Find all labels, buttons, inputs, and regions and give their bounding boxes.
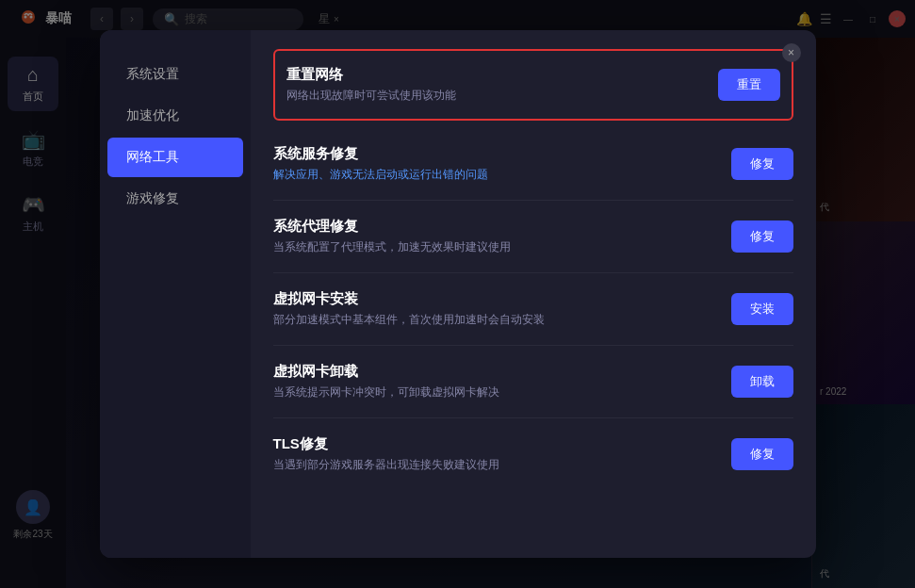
modal-sidebar-network[interactable]: 网络工具 xyxy=(107,138,243,177)
tool-system-service: 系统服务修复 解决应用、游戏无法启动或运行出错的问题 修复 xyxy=(273,128,793,201)
tool-system-service-info: 系统服务修复 解决应用、游戏无法启动或运行出错的问题 xyxy=(273,145,488,183)
vnic-install-button[interactable]: 安装 xyxy=(731,293,793,325)
tool-vnic-uninstall: 虚拟网卡卸载 当系统提示网卡冲突时，可卸载虚拟网卡解决 卸载 xyxy=(273,346,793,418)
tool-vnic-install-desc: 部分加速模式中基本组件，首次使用加速时会自动安装 xyxy=(273,312,545,328)
tool-system-service-desc: 解决应用、游戏无法启动或运行出错的问题 xyxy=(273,167,488,183)
tool-vnic-uninstall-title: 虚拟网卡卸载 xyxy=(273,363,499,381)
tool-system-proxy: 系统代理修复 当系统配置了代理模式，加速无效果时建议使用 修复 xyxy=(273,201,793,273)
tool-vnic-uninstall-desc: 当系统提示网卡冲突时，可卸载虚拟网卡解决 xyxy=(273,384,499,400)
modal-sidebar-repair[interactable]: 游戏修复 xyxy=(107,179,243,219)
tool-vnic-uninstall-info: 虚拟网卡卸载 当系统提示网卡冲突时，可卸载虚拟网卡解决 xyxy=(273,363,499,400)
tool-system-service-title: 系统服务修复 xyxy=(273,145,488,163)
tool-tls-repair: TLS修复 当遇到部分游戏服务器出现连接失败建议使用 修复 xyxy=(273,418,793,490)
modal-content: 重置网络 网络出现故障时可尝试使用该功能 重置 系统服务修复 解决应用、游戏无法… xyxy=(251,30,816,558)
tool-system-proxy-title: 系统代理修复 xyxy=(273,218,511,236)
modal-sidebar-system[interactable]: 系统设置 xyxy=(107,55,243,94)
tls-repair-button[interactable]: 修复 xyxy=(731,438,793,470)
tool-vnic-install: 虚拟网卡安装 部分加速模式中基本组件，首次使用加速时会自动安装 安装 xyxy=(273,273,793,346)
tool-reset-network: 重置网络 网络出现故障时可尝试使用该功能 重置 xyxy=(273,49,793,121)
modal-overlay: × 系统设置 加速优化 网络工具 游戏修复 重置网络 网络出现故障时可尝试使用该… xyxy=(0,0,915,588)
system-service-button[interactable]: 修复 xyxy=(731,148,793,180)
tool-tls-repair-title: TLS修复 xyxy=(273,435,499,453)
tool-reset-network-title: 重置网络 xyxy=(286,66,456,84)
tool-tls-repair-info: TLS修复 当遇到部分游戏服务器出现连接失败建议使用 xyxy=(273,435,499,473)
modal-sidebar-optimize[interactable]: 加速优化 xyxy=(107,96,243,136)
tool-system-proxy-desc: 当系统配置了代理模式，加速无效果时建议使用 xyxy=(273,239,511,255)
reset-network-button[interactable]: 重置 xyxy=(718,69,780,101)
tool-tls-repair-desc: 当遇到部分游戏服务器出现连接失败建议使用 xyxy=(273,457,499,473)
modal-close-button[interactable]: × xyxy=(782,43,801,62)
settings-modal: × 系统设置 加速优化 网络工具 游戏修复 重置网络 网络出现故障时可尝试使用该… xyxy=(100,30,816,558)
modal-sidebar: 系统设置 加速优化 网络工具 游戏修复 xyxy=(100,30,251,558)
tool-reset-network-info: 重置网络 网络出现故障时可尝试使用该功能 xyxy=(286,66,456,104)
system-proxy-button[interactable]: 修复 xyxy=(731,220,793,253)
tool-system-proxy-info: 系统代理修复 当系统配置了代理模式，加速无效果时建议使用 xyxy=(273,218,511,255)
tool-vnic-install-title: 虚拟网卡安装 xyxy=(273,290,545,308)
vnic-uninstall-button[interactable]: 卸载 xyxy=(731,366,793,398)
tool-reset-network-desc: 网络出现故障时可尝试使用该功能 xyxy=(286,88,456,104)
tool-vnic-install-info: 虚拟网卡安装 部分加速模式中基本组件，首次使用加速时会自动安装 xyxy=(273,290,545,328)
